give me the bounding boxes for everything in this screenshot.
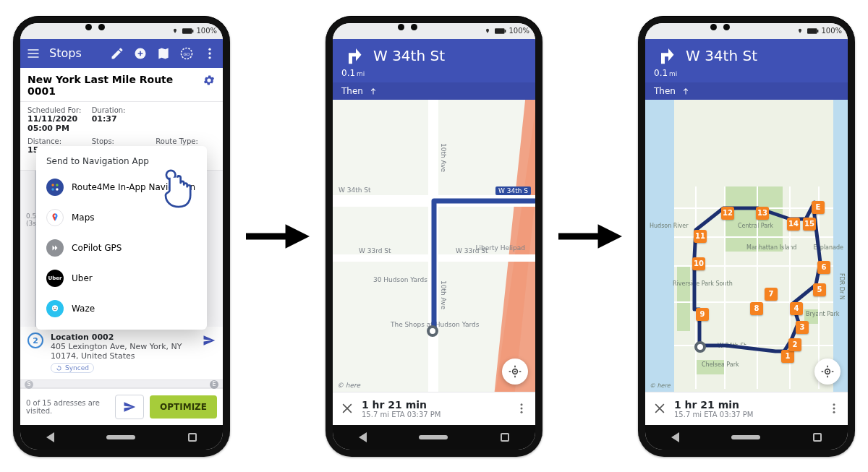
recenter-button[interactable] <box>814 359 841 385</box>
scheduled-value: 11/11/2020 05:00 PM <box>27 114 88 133</box>
waze-icon <box>46 300 64 317</box>
back-icon[interactable] <box>46 432 54 442</box>
nav-app-label: Waze <box>72 304 95 314</box>
stop-marker[interactable]: 5 <box>813 283 826 296</box>
nav-app-label: Maps <box>72 213 95 223</box>
svg-point-38 <box>827 370 829 372</box>
uber-icon: Uber <box>46 270 64 287</box>
eta-sub: 15.7 mi ETA 03:37 PM <box>674 411 753 419</box>
location-pin-icon <box>797 27 803 35</box>
svg-text:GO: GO <box>183 51 190 56</box>
svg-point-12 <box>54 215 56 216</box>
current-location-dot <box>427 325 438 337</box>
svg-point-21 <box>514 370 516 372</box>
home-icon[interactable] <box>419 435 448 439</box>
svg-point-15 <box>56 307 56 308</box>
battery-icon <box>495 27 506 35</box>
battery-icon <box>182 27 194 35</box>
more-icon[interactable] <box>203 46 217 61</box>
stop-marker[interactable]: 12 <box>721 207 734 220</box>
recents-icon[interactable] <box>188 433 197 442</box>
phone-frame-2: 100% W 34th St 0.1mi Then <box>326 16 542 457</box>
recents-icon[interactable] <box>813 433 822 442</box>
location-pin-icon <box>172 27 178 35</box>
nav-distance: 0.1 <box>341 68 355 78</box>
close-icon[interactable] <box>652 401 667 416</box>
stop-marker[interactable]: 6 <box>817 261 830 274</box>
stop-marker[interactable]: 4 <box>790 302 803 315</box>
svg-point-6 <box>208 52 210 54</box>
arrow-2 <box>558 218 622 254</box>
stop-marker[interactable]: 11 <box>694 230 707 243</box>
eta-bar: 1 hr 21 min 15.7 mi ETA 03:37 PM <box>645 392 848 425</box>
nav-app-uber[interactable]: Uber Uber <box>36 263 207 293</box>
tap-hand-illustration <box>159 167 198 213</box>
map-icon[interactable] <box>156 46 171 61</box>
navigate-button[interactable] <box>115 395 144 419</box>
system-nav-bar <box>333 425 535 450</box>
map-view[interactable]: Hudson River Central Park Manhattan Isla… <box>645 100 848 392</box>
optimize-button[interactable]: OPTIMIZE <box>150 395 217 419</box>
svg-point-24 <box>521 411 523 413</box>
stop-marker[interactable]: 7 <box>765 288 778 301</box>
svg-point-8 <box>51 184 54 186</box>
stop-addr-1: 405 Lexington Ave, New York, NY <box>51 342 216 351</box>
recents-icon[interactable] <box>501 433 509 442</box>
nav-app-waze[interactable]: Waze <box>36 293 207 324</box>
svg-point-22 <box>521 403 523 406</box>
eta-duration: 1 hr 21 min <box>674 399 753 411</box>
phone-frame-1: 100% Stops GO New York Last Mile Route 0… <box>13 16 230 457</box>
nav-app-copilot[interactable]: CoPilot GPS <box>36 233 207 263</box>
stop-marker[interactable]: 9 <box>696 308 709 321</box>
stop-row[interactable]: 2 Location 0002 405 Lexington Ave, New Y… <box>20 327 223 379</box>
svg-rect-25 <box>807 28 817 33</box>
stop-marker[interactable]: 13 <box>756 207 769 220</box>
stop-marker[interactable]: E <box>812 201 825 214</box>
send-to-nav-icon[interactable] <box>203 334 216 349</box>
nav-distance-unit: mi <box>357 70 365 77</box>
add-icon[interactable] <box>133 46 148 61</box>
stop-marker[interactable]: 10 <box>692 257 705 270</box>
nav-street: W 34th St <box>686 47 757 64</box>
screen-2: 100% W 34th St 0.1mi Then <box>333 23 535 450</box>
nav-street: W 34th St <box>373 47 445 64</box>
stop-marker[interactable]: 15 <box>803 218 816 231</box>
arrow-1 <box>246 218 310 254</box>
more-icon[interactable] <box>515 402 528 415</box>
then-label: Then <box>654 86 676 96</box>
home-icon[interactable] <box>106 435 135 439</box>
current-location-dot <box>694 341 706 353</box>
nav-direction-card: W 34th St 0.1mi <box>333 39 535 82</box>
gear-icon[interactable] <box>203 74 216 87</box>
go-icon[interactable]: GO <box>179 46 194 61</box>
duration-value: 01:37 <box>92 114 152 124</box>
route4me-icon <box>46 179 64 196</box>
svg-rect-19 <box>505 30 506 33</box>
more-icon[interactable] <box>827 402 841 415</box>
home-icon[interactable] <box>731 435 760 439</box>
recenter-button[interactable] <box>502 359 528 385</box>
stop-marker[interactable]: 3 <box>796 321 809 334</box>
svg-point-23 <box>521 408 523 410</box>
status-bar: 100% <box>333 23 535 39</box>
back-icon[interactable] <box>671 432 679 442</box>
back-icon[interactable] <box>359 432 367 442</box>
turn-right-icon <box>341 45 363 66</box>
map-view[interactable]: W 34th St W 34th S 10th Ave 10th Ave W 3… <box>333 100 535 392</box>
nav-direction-card: W 34th St 0.1mi <box>645 39 848 82</box>
stop-marker[interactable]: 14 <box>787 218 800 231</box>
stop-marker[interactable]: 1 <box>781 350 794 363</box>
distance-label: Distance: <box>27 137 61 145</box>
svg-rect-0 <box>182 28 192 33</box>
routetype-label: Route Type: <box>156 137 198 145</box>
svg-point-14 <box>54 307 54 308</box>
svg-point-9 <box>56 184 59 186</box>
edit-icon[interactable] <box>110 46 124 61</box>
arrow-right-icon <box>246 218 310 254</box>
svg-point-41 <box>833 411 835 413</box>
stop-marker[interactable]: 8 <box>750 302 763 315</box>
hamburger-icon[interactable] <box>26 46 41 61</box>
stop-marker[interactable]: 2 <box>788 338 801 351</box>
close-icon[interactable] <box>340 401 354 416</box>
route-line <box>645 100 848 392</box>
